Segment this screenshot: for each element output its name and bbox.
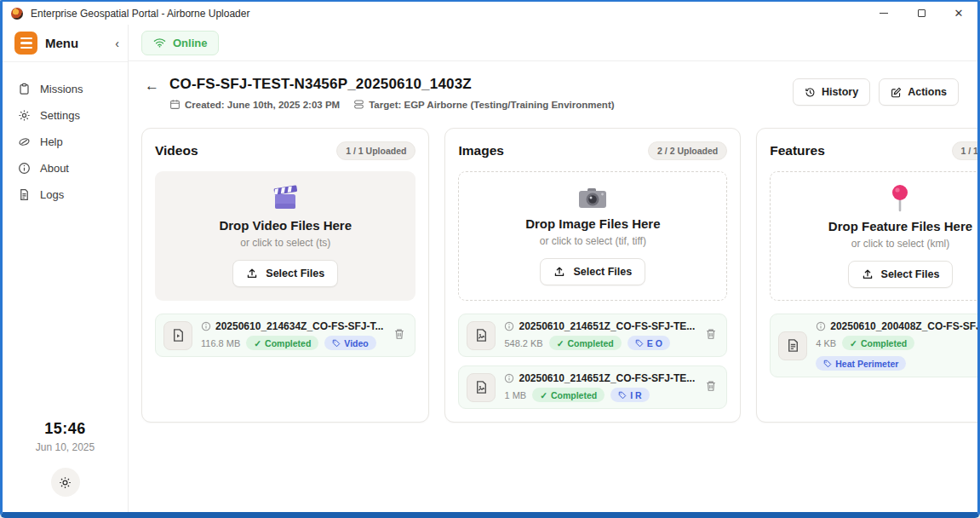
close-button[interactable]: ✕ xyxy=(940,2,977,25)
video-select-files-button[interactable]: Select Files xyxy=(232,260,338,287)
maximize-button[interactable] xyxy=(903,2,940,25)
info-icon xyxy=(504,321,514,331)
sidebar-footer: 15:46 Jun 10, 2025 xyxy=(3,420,128,512)
mission-meta: Created: June 10th, 2025 2:03 PM Target:… xyxy=(169,99,615,110)
pushpin-icon xyxy=(891,184,909,213)
file-name: 20250610_200408Z_CO-FS-SFJ-T... xyxy=(830,320,980,332)
sidebar-item-settings[interactable]: Settings xyxy=(3,102,128,129)
video-file-list: 20250610_214634Z_CO-FS-SFJ-T... 116.8 MB… xyxy=(155,314,415,357)
close-icon: ✕ xyxy=(954,8,964,19)
history-button[interactable]: History xyxy=(793,78,870,106)
sidebar: Menu ‹ Missions Settings Help A xyxy=(3,25,129,512)
maximize-icon xyxy=(918,9,926,17)
trash-icon xyxy=(705,380,717,392)
sun-icon xyxy=(59,476,72,489)
window-controls: ✕ xyxy=(865,2,977,25)
back-button[interactable]: ← xyxy=(141,78,163,95)
file-size: 4 KB xyxy=(816,338,836,348)
info-icon xyxy=(816,321,826,331)
feature-file-icon xyxy=(778,331,807,360)
file-name: 20250610_214651Z_CO-FS-SFJ-TE... xyxy=(519,372,695,384)
mission-header: ← CO-FS-SFJ-TEST-N3456P_20250610_1403Z C… xyxy=(129,61,977,121)
hamburger-menu-button[interactable] xyxy=(14,32,37,55)
features-uploaded-badge: 1 / 1 Uploaded xyxy=(952,141,980,160)
sidebar-item-logs[interactable]: Logs xyxy=(3,181,128,208)
online-status-badge: Online xyxy=(141,31,219,55)
sidebar-item-label: Logs xyxy=(40,188,64,201)
file-name: 20250610_214651Z_CO-FS-SFJ-TE... xyxy=(519,320,695,332)
delete-file-button[interactable] xyxy=(703,326,719,344)
clock-date: Jun 10, 2025 xyxy=(3,441,128,453)
info-icon xyxy=(504,373,514,383)
sidebar-header: Menu ‹ xyxy=(3,25,128,62)
images-card: Images 2 / 2 Uploaded Drop Image Files xyxy=(444,128,741,423)
image-select-files-button[interactable]: Select Files xyxy=(540,258,645,285)
sidebar-collapse-button[interactable]: ‹ xyxy=(115,37,119,49)
info-circle-icon xyxy=(18,162,31,175)
server-stack-icon xyxy=(353,99,364,110)
image-drop-subtitle: or click to select (tif, tiff) xyxy=(540,235,646,247)
document-icon xyxy=(18,188,31,201)
app-logo-icon xyxy=(11,8,23,20)
gear-icon xyxy=(18,109,31,122)
feature-dropzone[interactable]: Drop Feature Files Here or click to sele… xyxy=(770,171,980,301)
features-card-title: Features xyxy=(770,143,825,158)
sidebar-item-help[interactable]: Help xyxy=(3,129,128,155)
feature-select-files-button[interactable]: Select Files xyxy=(848,261,954,288)
header-actions: History Actions xyxy=(793,76,959,106)
upload-icon xyxy=(553,266,565,278)
mission-title: CO-FS-SFJ-TEST-N3456P_20250610_1403Z xyxy=(169,76,615,93)
file-size: 1 MB xyxy=(504,390,526,400)
videos-card-title: Videos xyxy=(155,143,198,158)
clipboard-icon xyxy=(18,83,31,95)
tag-badge: I R xyxy=(610,388,649,402)
history-icon xyxy=(805,87,816,98)
clapperboard-icon xyxy=(270,185,301,212)
delete-file-button[interactable] xyxy=(392,326,407,344)
tag-badge: Video xyxy=(324,336,375,350)
wifi-icon xyxy=(153,37,166,48)
video-drop-subtitle: or click to select (ts) xyxy=(240,237,330,249)
camera-icon xyxy=(577,187,608,210)
tag-icon xyxy=(618,391,627,400)
features-card: Features 1 / 1 Uploaded Drop Feature Fil… xyxy=(756,128,980,423)
trash-icon xyxy=(705,328,717,340)
delete-file-button[interactable] xyxy=(703,378,719,396)
image-file-row: 20250610_214651Z_CO-FS-SFJ-TE... 1 MB ✓ … xyxy=(458,365,727,409)
calendar-icon xyxy=(169,99,181,110)
images-uploaded-badge: 2 / 2 Uploaded xyxy=(648,141,727,160)
actions-button[interactable]: Actions xyxy=(879,78,959,106)
image-dropzone[interactable]: Drop Image Files Here or click to select… xyxy=(458,171,727,301)
video-file-row: 20250610_214634Z_CO-FS-SFJ-T... 116.8 MB… xyxy=(155,314,415,357)
minimize-icon xyxy=(880,13,888,14)
theme-toggle-button[interactable] xyxy=(51,468,80,497)
info-icon xyxy=(201,321,211,331)
feature-file-row: 20250610_200408Z_CO-FS-SFJ-T... 4 KB ✓ C… xyxy=(770,314,980,377)
status-topbar: Online xyxy=(129,25,977,61)
videos-uploaded-badge: 1 / 1 Uploaded xyxy=(336,141,415,160)
image-file-row: 20250610_214651Z_CO-FS-SFJ-TE... 548.2 K… xyxy=(458,314,727,357)
feature-drop-subtitle: or click to select (kml) xyxy=(851,238,949,250)
menu-label: Menu xyxy=(45,36,78,50)
sidebar-item-label: Help xyxy=(40,135,63,148)
sidebar-item-about[interactable]: About xyxy=(3,155,128,181)
videos-card: Videos 1 / 1 Uploaded Drop Video Files H… xyxy=(141,128,429,423)
feature-file-list: 20250610_200408Z_CO-FS-SFJ-T... 4 KB ✓ C… xyxy=(770,314,980,377)
help-icon xyxy=(18,135,31,148)
app-window: Enterprise Geospatial Portal - Airborne … xyxy=(0,0,980,518)
tag-badge: E O xyxy=(628,336,670,350)
image-file-list: 20250610_214651Z_CO-FS-SFJ-TE... 548.2 K… xyxy=(458,314,727,409)
sidebar-item-label: Missions xyxy=(40,83,83,95)
video-dropzone[interactable]: Drop Video Files Here or click to select… xyxy=(155,171,415,301)
image-file-icon xyxy=(467,373,496,402)
tag-icon xyxy=(332,339,341,348)
minimize-button[interactable] xyxy=(865,2,903,25)
status-badge: ✓ Completed xyxy=(842,336,914,350)
sidebar-item-missions[interactable]: Missions xyxy=(3,76,128,102)
image-drop-title: Drop Image Files Here xyxy=(525,216,660,231)
status-badge: ✓ Completed xyxy=(246,336,318,350)
titlebar: Enterprise Geospatial Portal - Airborne … xyxy=(3,2,977,25)
file-size: 116.8 MB xyxy=(201,338,240,348)
sidebar-nav: Missions Settings Help About Logs xyxy=(3,62,128,208)
online-label: Online xyxy=(173,37,207,49)
